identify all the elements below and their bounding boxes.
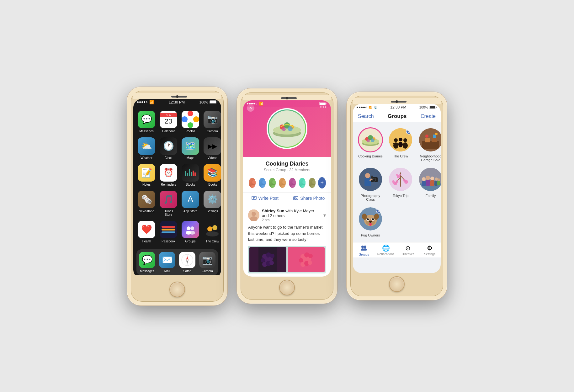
phone-1: 📶 12:30 PM 100% 💬 [127,87,227,305]
group-detail-screen: 📶 ✕ ••• [243,100,331,277]
member-avatar[interactable] [298,177,306,188]
tab-groups[interactable]: Groups [353,244,375,256]
app-calendar[interactable]: SUN 23 Calendar [160,111,177,133]
member-avatar[interactable] [288,177,296,188]
group-name-cooking-diaries: Cooking Diaries [358,154,383,158]
app-notes[interactable]: 📝 Notes [138,164,155,186]
app-camera[interactable]: 📷 Camera [204,111,221,133]
member-avatar[interactable] [308,177,316,188]
app-thecrew[interactable]: The Crew [204,221,221,243]
svg-point-89 [365,173,370,178]
member-avatar[interactable] [248,177,256,188]
member-avatars-row: + [243,175,331,191]
svg-rect-83 [425,138,430,142]
svg-point-53 [269,261,274,265]
member-avatar[interactable] [268,177,276,188]
tab-groups-icon [360,244,368,252]
app-passbook[interactable]: Passbook [160,221,177,243]
tab-settings[interactable]: ⚙ Settings [419,244,441,256]
app-ibooks[interactable]: 📚 iBooks [204,164,221,186]
svg-point-26 [272,180,276,184]
tab-notifications[interactable]: 🌐 Notifications [375,244,397,256]
app-settings[interactable]: ⚙️ Settings [204,191,221,216]
svg-rect-84 [432,138,437,142]
member-avatar[interactable] [278,177,286,188]
tab-notifications-icon: 🌐 [382,244,390,252]
svg-rect-90 [364,178,371,186]
svg-rect-94 [371,176,373,177]
phone-2: 📶 ✕ ••• [237,88,337,304]
group-item-tokyo[interactable]: Tokyo Trip [388,167,413,201]
svg-point-31 [291,185,296,188]
svg-rect-117 [434,181,438,186]
add-member-button[interactable]: + [318,177,326,188]
group-item-family[interactable]: Family [418,167,441,201]
app-videos[interactable]: ▶▶ Videos [204,137,221,160]
app-weather[interactable]: ⛅ Weather [138,137,155,160]
group-item-cooking-diaries[interactable]: Cooking Diaries [358,127,383,162]
app-clock[interactable]: 🕐 Clock [160,137,177,160]
svg-point-48 [261,258,265,262]
svg-point-125 [367,218,369,220]
dock: 💬 Messages ✉️ Mail [136,249,218,275]
svg-point-77 [398,142,403,147]
member-avatar[interactable] [258,177,266,188]
app-maps[interactable]: 🗺️ Maps [182,137,199,160]
svg-point-21 [288,126,293,131]
svg-point-74 [394,138,398,142]
home-button-1[interactable] [169,282,185,297]
expand-post-icon[interactable]: ▾ [323,212,326,218]
tab-discover[interactable]: ⊙ Discover [397,244,419,256]
dock-mail[interactable]: ✉️ Mail [158,252,176,273]
group-item-garage-sale[interactable]: Neighborhood Garage Sale [418,127,441,162]
post-author-name: Shirley Sun with Kyle Meyer and 2 others [262,209,321,218]
group-circle-family [418,167,441,192]
speaker-2 [281,97,297,99]
svg-point-23 [251,185,256,188]
svg-point-25 [261,185,266,188]
share-photo-button[interactable]: Share Photo [287,196,331,201]
svg-point-6 [212,225,217,230]
app-grid: 💬 Messages SUN 23 Calendar [133,106,221,248]
dock-safari[interactable]: Safari [178,252,196,273]
dock-camera[interactable]: 📷 Camera [199,252,216,273]
group-name-garage-sale: Neighborhood Garage Sale [418,154,441,162]
app-appstore[interactable]: A App Store [182,191,199,216]
group-circle-photography [358,167,383,192]
app-messages[interactable]: 💬 Messages [138,111,155,133]
group-cover-image [267,108,307,149]
app-photos[interactable]: Photos [182,111,199,133]
dock-messages[interactable]: 💬 Messages [138,252,156,273]
search-button[interactable]: Search [358,114,374,119]
groups-list-screen: 📶 📡 12:30 PM 100% Search Gr [353,104,441,273]
app-newsstand[interactable]: 🗞️ Newsstand [138,191,155,216]
group-item-pug[interactable]: 3 Pug Owners [358,206,383,237]
group-item-the-crew[interactable]: 1 The Crew [388,127,413,162]
groups-nav-bar: Search Groups Create [353,111,441,122]
home-button-2[interactable] [279,280,295,295]
group-circle-garage-sale [418,127,441,152]
app-reminders[interactable]: ⏰ Reminders [160,164,177,186]
speaker-3 [391,101,407,103]
svg-point-118 [438,178,440,181]
write-post-button[interactable]: Write Post [243,196,287,201]
front-camera-2 [286,97,288,99]
app-stocks[interactable]: Stocks [182,164,199,186]
create-button[interactable]: Create [421,114,436,119]
group-item-photography[interactable]: Photography Class [358,167,383,201]
svg-point-0 [187,226,190,230]
status-bar: 📶 12:30 PM 100% [133,99,221,106]
svg-point-29 [281,185,286,188]
app-health[interactable]: ❤️ Health [138,221,155,243]
svg-point-1 [190,226,194,230]
home-button-3[interactable] [389,276,405,292]
svg-point-30 [292,180,296,184]
tab-notifications-label: Notifications [377,252,394,256]
app-groups[interactable]: Groups [182,221,199,243]
svg-point-42 [252,212,256,216]
app-itunes[interactable]: 🎵 iTunes Store [160,191,177,216]
group-badge-pug: 3 [376,207,382,214]
svg-point-28 [282,180,286,184]
battery-icon-3 [429,106,437,109]
svg-point-110 [422,177,426,181]
